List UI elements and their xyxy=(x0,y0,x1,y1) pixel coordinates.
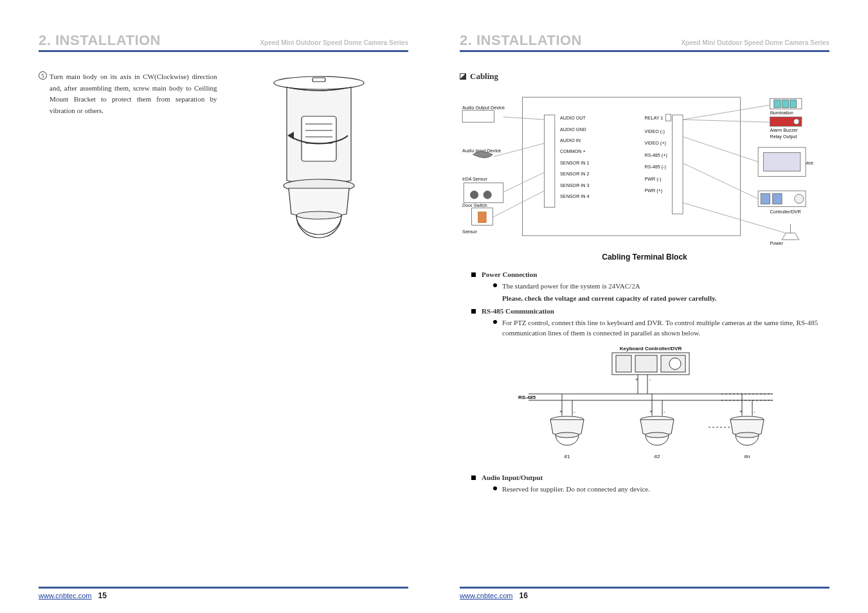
svg-text:SENSOR IN 1: SENSOR IN 1 xyxy=(560,161,589,166)
step-number: 5 xyxy=(39,71,47,80)
svg-rect-40 xyxy=(462,111,494,122)
page-left: 2. INSTALLATION Xpeed Mini Outdoor Speed… xyxy=(0,0,434,613)
section-point: Reserved for supplier. Do not connected … xyxy=(493,484,829,495)
svg-rect-71 xyxy=(635,355,657,372)
section-bullet-icon xyxy=(460,73,466,80)
svg-point-95 xyxy=(646,432,669,438)
content-right: Cabling AUDIO OUTAUDIO GNDAUDIO INCOMMON… xyxy=(460,52,829,587)
svg-text:-: - xyxy=(664,409,665,414)
svg-point-51 xyxy=(794,119,799,124)
svg-rect-12 xyxy=(673,115,683,214)
svg-text:Illumination: Illumination xyxy=(770,111,793,116)
svg-text:Relay Output: Relay Output xyxy=(770,134,797,139)
chapter-title: 2. INSTALLATION xyxy=(39,32,161,49)
cabling-terminal-diagram: AUDIO OUTAUDIO GNDAUDIO INCOMMON +SENSOR… xyxy=(460,87,829,264)
page-right: 2. INSTALLATION Xpeed Mini Outdoor Speed… xyxy=(434,0,868,613)
svg-text:-: - xyxy=(754,409,755,414)
svg-rect-28 xyxy=(665,114,671,121)
svg-point-103 xyxy=(736,432,759,438)
svg-text:SENSOR IN 3: SENSOR IN 3 xyxy=(560,183,589,188)
install-step: 5 Turn main body on its axis in CW(Clock… xyxy=(39,71,217,116)
svg-text:RS-485: RS-485 xyxy=(518,395,536,400)
svg-text:Power: Power xyxy=(770,241,784,246)
svg-text:+: + xyxy=(559,409,563,414)
svg-text:IrDA Sensor: IrDA Sensor xyxy=(462,177,487,182)
svg-text:Door Switch: Door Switch xyxy=(462,203,487,208)
svg-rect-41 xyxy=(464,183,503,203)
svg-text:Controller/DVR: Controller/DVR xyxy=(770,209,801,215)
camera-assembly-illustration xyxy=(251,71,386,251)
section-title: Cabling xyxy=(470,71,498,82)
product-series: Xpeed Mini Outdoor Speed Dome Camera Ser… xyxy=(260,39,408,46)
svg-text:#2: #2 xyxy=(654,454,660,459)
svg-text:+: + xyxy=(649,409,653,414)
svg-text:+: + xyxy=(739,409,743,414)
content-left: 5 Turn main body on its axis in CW(Clock… xyxy=(39,52,408,587)
svg-rect-49 xyxy=(790,100,796,107)
svg-text:+: + xyxy=(635,377,638,382)
content-list: Power ConnectionThe standard power for t… xyxy=(471,271,829,494)
svg-text:SENSOR IN 2: SENSOR IN 2 xyxy=(560,172,589,177)
svg-text:AUDIO GND: AUDIO GND xyxy=(560,127,586,132)
svg-text:AUDIO OUT: AUDIO OUT xyxy=(560,116,586,121)
section-header: Cabling xyxy=(460,71,829,82)
svg-text:#n: #n xyxy=(744,454,750,459)
section-item: Audio Input/Output xyxy=(471,474,829,481)
svg-rect-48 xyxy=(782,100,788,107)
header: 2. INSTALLATION Xpeed Mini Outdoor Speed… xyxy=(460,32,829,52)
svg-rect-2 xyxy=(302,116,336,161)
svg-text:SENSOR IN 4: SENSOR IN 4 xyxy=(560,194,589,199)
svg-point-43 xyxy=(484,191,491,199)
section-note: Please, check the voltage and current ca… xyxy=(502,294,829,302)
svg-point-9 xyxy=(296,211,341,219)
svg-point-42 xyxy=(470,191,478,199)
rs485-diagram: Keyboard Controller/DVR+-RS-485+-#1+-#2+… xyxy=(471,344,829,468)
svg-rect-1 xyxy=(312,78,325,82)
footer-left: www.cnbtec.com 15 xyxy=(39,587,408,600)
chapter-title: 2. INSTALLATION xyxy=(460,32,582,49)
svg-text:VIDEO (+): VIDEO (+) xyxy=(645,141,666,146)
section-item: Power Connection xyxy=(471,271,829,278)
svg-text:Audio Output Device: Audio Output Device xyxy=(462,105,505,111)
section-point: The standard power for the system is 24V… xyxy=(493,281,829,292)
svg-text:COMMON +: COMMON + xyxy=(560,149,586,154)
svg-text:PWR (-): PWR (-) xyxy=(645,177,662,182)
svg-rect-45 xyxy=(478,212,486,222)
cabling-caption: Cabling Terminal Block xyxy=(460,253,829,262)
svg-text:Alarm Buzzer: Alarm Buzzer xyxy=(770,128,799,133)
svg-text:#1: #1 xyxy=(564,454,570,459)
svg-point-55 xyxy=(795,194,804,203)
svg-text:AUDIO IN: AUDIO IN xyxy=(560,138,581,143)
svg-text:RELAY 1: RELAY 1 xyxy=(645,116,664,121)
svg-text:RS-485 (+): RS-485 (+) xyxy=(645,153,667,158)
footer-url[interactable]: www.cnbtec.com xyxy=(39,592,92,600)
page-number: 15 xyxy=(98,591,107,600)
svg-point-73 xyxy=(669,358,681,369)
svg-rect-70 xyxy=(616,355,631,372)
svg-text:Sensor: Sensor xyxy=(462,229,477,235)
header: 2. INSTALLATION Xpeed Mini Outdoor Speed… xyxy=(39,32,408,52)
svg-text:-: - xyxy=(649,377,651,382)
svg-rect-53 xyxy=(763,152,800,171)
svg-rect-56 xyxy=(761,193,770,204)
page-number: 16 xyxy=(520,591,528,600)
footer-url[interactable]: www.cnbtec.com xyxy=(460,592,513,600)
svg-text:PWR (+): PWR (+) xyxy=(645,188,663,193)
svg-rect-57 xyxy=(773,193,782,204)
svg-text:Keyboard Controller/DVR: Keyboard Controller/DVR xyxy=(619,346,682,351)
svg-rect-47 xyxy=(774,100,781,107)
svg-point-88 xyxy=(556,432,579,438)
svg-text:-: - xyxy=(574,409,575,414)
svg-text:RS-485 (-): RS-485 (-) xyxy=(645,164,666,170)
section-point: For PTZ control, connect this line to ke… xyxy=(493,317,829,339)
footer-right: www.cnbtec.com 16 xyxy=(460,587,829,600)
product-series: Xpeed Mini Outdoor Speed Dome Camera Ser… xyxy=(681,39,829,46)
svg-rect-11 xyxy=(544,115,554,208)
step-text: Turn main body on its axis in CW(Clockwi… xyxy=(50,71,217,116)
svg-rect-10 xyxy=(523,97,741,236)
svg-text:VIDEO (-): VIDEO (-) xyxy=(645,129,665,134)
section-item: RS-485 Communication xyxy=(471,307,829,315)
